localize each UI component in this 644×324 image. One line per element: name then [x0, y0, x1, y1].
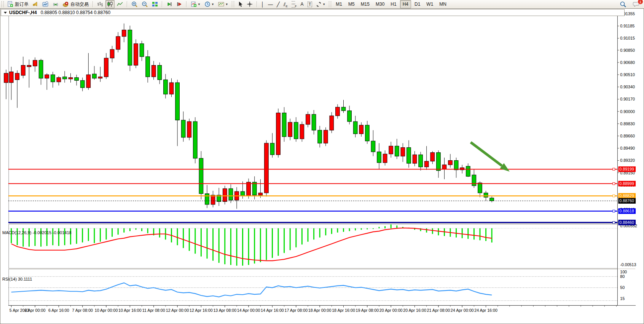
cursor-tool-button[interactable]: [236, 0, 244, 8]
zoom-in-button[interactable]: [130, 0, 139, 8]
candle-bullish: [116, 37, 120, 49]
periods-button[interactable]: ▼: [203, 0, 216, 8]
autotrading-button[interactable]: 自动交易: [61, 0, 90, 8]
timeframe-h4[interactable]: H4: [400, 0, 411, 8]
price-axis-layer: 0.913550.911850.910150.908500.906800.905…: [617, 11, 635, 224]
chart-canvas[interactable]: 0.913550.911850.910150.908500.906800.905…: [0, 8, 644, 324]
svg-text:14 Apr 00:00: 14 Apr 00:00: [237, 308, 260, 313]
line-chart-button[interactable]: [115, 0, 124, 8]
templates-button[interactable]: ▼: [217, 0, 230, 8]
tile-windows-button[interactable]: [150, 0, 159, 8]
toolbar-grip: [232, 1, 234, 7]
timeframe-m30[interactable]: M30: [373, 0, 387, 8]
line-handle[interactable]: [613, 182, 615, 185]
line-handle[interactable]: [613, 221, 615, 223]
candle-bearish: [158, 65, 162, 80]
candle-bearish: [128, 30, 132, 65]
candle-bullish: [324, 130, 328, 143]
autotrading-icon: [62, 1, 69, 7]
candle-bearish: [454, 161, 458, 170]
candle-bearish: [164, 80, 168, 94]
chart-frame-layer: [8, 9, 636, 305]
candle-bearish: [348, 111, 352, 121]
signals-button[interactable]: [51, 0, 60, 8]
candle-bullish: [151, 65, 156, 77]
svg-text:0.88999: 0.88999: [619, 181, 634, 186]
bar-chart-button[interactable]: [96, 0, 105, 8]
timeframe-m1[interactable]: M1: [333, 0, 345, 8]
one-click-trading-toggle[interactable]: [4, 12, 7, 14]
candle-bearish: [371, 141, 375, 152]
svg-text:18 Apr 00:00: 18 Apr 00:00: [308, 308, 332, 313]
zoom-out-button[interactable]: [140, 0, 150, 8]
candle-bullish: [330, 116, 334, 130]
timeframe-mn[interactable]: MN: [437, 0, 449, 8]
candle-bullish: [122, 30, 126, 37]
candle-bearish: [341, 107, 346, 110]
candle-bearish: [395, 146, 399, 156]
line-chart-icon: [117, 1, 123, 7]
chart-ohlc-quote: 0.88805 0.88810 0.88754 0.88760: [41, 10, 111, 15]
candle-bearish: [365, 125, 369, 141]
alerts-button[interactable]: [31, 0, 40, 8]
svg-text:19 Apr 08:00: 19 Apr 08:00: [355, 308, 379, 313]
chart-shift-button[interactable]: [175, 0, 184, 8]
svg-text:18 Apr 16:00: 18 Apr 16:00: [332, 308, 355, 313]
svg-text:100: 100: [620, 270, 627, 274]
timeframe-m5[interactable]: M5: [346, 0, 357, 8]
channel-tool[interactable]: ⫽ E: [282, 0, 289, 8]
candle-bearish: [229, 188, 233, 200]
timeframe-h1[interactable]: H1: [388, 0, 399, 8]
toolbar-separator: [186, 1, 187, 7]
svg-text:17 Apr 08:00: 17 Apr 08:00: [284, 308, 308, 313]
trendline-tool[interactable]: ╱: [275, 0, 281, 8]
line-handle[interactable]: [613, 168, 615, 170]
candle-bullish: [306, 114, 310, 124]
cursor-icon: [238, 1, 243, 7]
line-handle[interactable]: [613, 195, 615, 197]
auto-scroll-button[interactable]: [165, 0, 174, 8]
arrows-tool[interactable]: ▼: [314, 0, 327, 8]
auto-scroll-icon: [166, 1, 172, 7]
toolbar-right-group: 1: [618, 0, 642, 8]
svg-text:0.90850: 0.90850: [620, 48, 635, 53]
vertical-line-tool[interactable]: │: [260, 0, 266, 8]
candle-bearish: [241, 192, 245, 196]
fibonacci-tool[interactable]: ┄┄ F: [290, 0, 298, 8]
toolbar-separator: [162, 1, 163, 7]
candlestick-chart-button[interactable]: [105, 0, 115, 8]
crosshair-tool-button[interactable]: [245, 0, 254, 8]
horizontal-line-tool[interactable]: —: [266, 0, 274, 8]
candle-bullish: [389, 146, 393, 154]
search-button[interactable]: [618, 0, 628, 8]
text-label-tool[interactable]: T: [306, 0, 314, 8]
candle-bearish: [282, 113, 286, 137]
channel-letter: E: [286, 5, 288, 8]
horn-icon: [32, 1, 38, 7]
axis-label-boxes-layer: 0.891990.889990.888290.886180.884600.887…: [618, 166, 636, 225]
svg-text:0.88618: 0.88618: [619, 209, 634, 213]
candle-bearish: [140, 44, 144, 57]
timeframe-w1[interactable]: W1: [424, 0, 436, 8]
indicators-button[interactable]: ▼: [189, 0, 202, 8]
chart-shift-icon: [176, 1, 182, 7]
candle-bullish: [430, 153, 435, 161]
candle-bullish: [448, 161, 453, 165]
candle-bullish: [300, 124, 304, 139]
zoom-out-icon: [142, 1, 148, 7]
timeframe-m15[interactable]: M15: [358, 0, 372, 8]
svg-text:0.91015: 0.91015: [620, 36, 635, 40]
clock-icon: [204, 1, 210, 7]
candle-bullish: [98, 77, 102, 78]
template-icon: [218, 1, 225, 7]
market-watch-button[interactable]: [41, 0, 50, 8]
timeframe-d1[interactable]: D1: [412, 0, 423, 8]
line-handle[interactable]: [613, 210, 615, 212]
notifications-button[interactable]: 1: [631, 0, 641, 8]
svg-text:24 Apr 16:00: 24 Apr 16:00: [474, 308, 497, 313]
candle-bearish: [490, 198, 494, 201]
candle-bullish: [359, 125, 363, 134]
text-tool[interactable]: A: [299, 0, 305, 8]
new-order-button[interactable]: 新订单: [6, 0, 30, 8]
svg-text:0.89320: 0.89320: [620, 158, 635, 163]
